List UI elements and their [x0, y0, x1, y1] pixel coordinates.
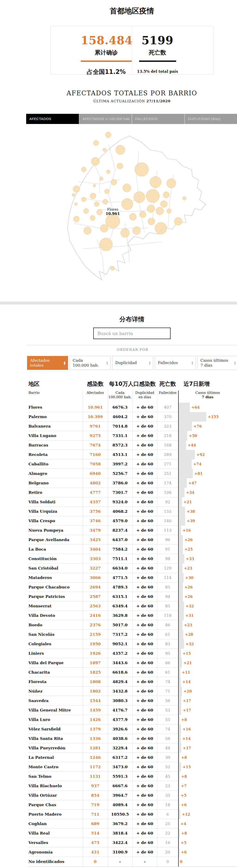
map-bubble-mataderos[interactable]: [84, 227, 91, 234]
per100k-value: 9052.1: [108, 639, 132, 649]
last7-bar: [178, 422, 192, 431]
map-bubble-parque-avellaneda[interactable]: [100, 224, 108, 232]
map-bubble-barracas[interactable]: [155, 222, 167, 234]
tab-afectados[interactable]: AFECTADOS: [26, 114, 79, 124]
sub-header-cell: Fallecidos: [157, 391, 178, 403]
duplicidad-value: + de 60: [132, 715, 157, 724]
map-bubble-v-lez-sarsfield[interactable]: [90, 215, 95, 220]
fallecidos-value: 251: [157, 469, 178, 478]
sort-label: totales: [30, 363, 62, 368]
map-bubble-san-telmo[interactable]: [167, 209, 171, 213]
table-row: Parque Chacabuco26944789.3+ de 6085+26: [28, 583, 237, 592]
map-bubble-agronom-a[interactable]: [93, 184, 96, 187]
sort-button-duplicidad[interactable]: Duplicidad▲▼: [112, 356, 153, 370]
sub-header-cell: Cada100.000 hab.: [108, 391, 132, 403]
last7-bar: [178, 639, 184, 649]
map-bubble-coghlan[interactable]: [103, 148, 106, 151]
map-bubble-parque-patricios[interactable]: [148, 218, 155, 225]
sort-button-casos-ltimos[interactable]: Casos últimos7 días▲▼: [198, 356, 237, 370]
last7-label: +28: [183, 630, 193, 639]
map-bubble-colegiales[interactable]: [117, 163, 123, 169]
search-input[interactable]: [93, 328, 170, 339]
map-bubble-almagro[interactable]: [134, 192, 145, 203]
map-bubble-parque-chacabuco[interactable]: [129, 213, 136, 220]
deaths-underline: [139, 60, 176, 62]
sort-button-afectados[interactable]: Afectadostotales▲▼: [27, 356, 68, 370]
map-bubble-floresta[interactable]: [97, 209, 103, 215]
map-bubble-san-nicol-s[interactable]: [163, 192, 169, 198]
last7-bar: [178, 459, 192, 469]
barrio-name: Coghlan: [28, 819, 83, 829]
map-bubble-palermo[interactable]: [135, 162, 148, 176]
duplicidad-value: + de 60: [132, 440, 157, 450]
map-bubble-boedo[interactable]: [139, 211, 146, 218]
map-bubble-villa-soldati[interactable]: [121, 228, 129, 237]
last7-cell: +5: [178, 838, 237, 847]
map-bubble-villa-lugano[interactable]: [100, 238, 112, 251]
table-row: San Cristóbal32276634.0+ de 60129+23: [28, 563, 237, 573]
map-bubble-la-boca[interactable]: [174, 217, 182, 225]
tab-afectados-c-100-000-hab-[interactable]: AFECTADOS c/ 100.000 hab.: [79, 114, 132, 124]
map-bubble-balvanera[interactable]: [146, 189, 159, 203]
map-bubble-liniers[interactable]: [73, 216, 79, 222]
map-bubble-monte-castro[interactable]: [81, 197, 86, 202]
map-bubble-parque-chas[interactable]: [100, 177, 103, 181]
last7-bar: [178, 592, 183, 601]
city-outline: [68, 136, 206, 280]
map-bubble-villa-real[interactable]: [72, 193, 75, 196]
map-bubble-retiro[interactable]: [167, 179, 176, 188]
barrio-name: Versalles: [28, 838, 83, 847]
per100k-value: 3679.2: [108, 819, 132, 829]
flores-map-value: 10.961: [106, 212, 120, 216]
map-bubble-n-ez[interactable]: [106, 132, 111, 138]
last7-cell: +23: [178, 620, 237, 630]
barrio-name: Floresta: [28, 677, 83, 687]
map-bubble-constituci-n[interactable]: [156, 207, 163, 215]
stats-card: 158.484 累计确诊 占全国11.2% 5199 死亡数 13.5% del…: [50, 26, 213, 74]
map-bubble-villa-devoto[interactable]: [73, 186, 80, 192]
sort-button-fallecidos[interactable]: Fallecidos▲▼: [155, 356, 196, 370]
barrio-name: Villa General Mitre: [28, 706, 83, 715]
map-bubble-villa-riachuelo[interactable]: [110, 266, 114, 270]
map-bubble-villa-pueyrred-n[interactable]: [81, 167, 86, 172]
barrio-name: Villa Riachuelo: [28, 781, 83, 790]
map-bubble-caballito[interactable]: [122, 198, 133, 210]
sort-label: Fallecidos: [158, 360, 178, 365]
map-bubble-la-paternal[interactable]: [105, 189, 109, 194]
map-bubble-versalles[interactable]: [75, 203, 78, 206]
map-bubble-puerto-madero[interactable]: [183, 196, 186, 200]
map-bubble-monserrat[interactable]: [160, 200, 167, 207]
table-row: Puerto Madero71110550.5+ de 606+12: [28, 810, 237, 819]
last7-label: +26: [183, 583, 193, 592]
fallecidos-value: 22: [157, 829, 178, 838]
map-bubble-saavedra[interactable]: [94, 141, 99, 146]
barrio-name: La Paternal: [28, 753, 83, 762]
map-bubble-villa-ort-zar[interactable]: [106, 170, 110, 174]
map-bubble-villa-santa-rita[interactable]: [94, 202, 99, 206]
table-row: Caballito70583997.2+ de 60271+74: [28, 459, 237, 469]
map-bubble-flores[interactable]: [106, 214, 120, 228]
afectados-value: 2587: [83, 592, 108, 601]
last7-label: +8: [180, 715, 187, 724]
afectados-value: 9275: [83, 431, 108, 440]
last7-cell: +15: [178, 649, 237, 658]
tab-fallecidos[interactable]: FALLECIDOS: [132, 114, 184, 124]
last7-cell: +76: [178, 422, 237, 431]
per100k-value: 3443.6: [108, 658, 132, 668]
map-bubble-villa-del-parque[interactable]: [90, 193, 96, 199]
map-bubble-villa-urquiza[interactable]: [91, 157, 100, 165]
duplicidad-value: + de 60: [132, 800, 157, 810]
map-bubble-villa-general-mitre[interactable]: [103, 199, 108, 204]
map-bubble-chacarita[interactable]: [111, 179, 117, 185]
cn-header-cell: 地区: [28, 380, 83, 388]
last7-bar: [178, 545, 183, 554]
map-bubble-belgrano[interactable]: [116, 145, 125, 154]
map-bubble-villa-crespo[interactable]: [123, 184, 131, 192]
map-bubble-san-crist-bal[interactable]: [147, 205, 155, 213]
tab-duplicidad-d-as-[interactable]: DUPLICIDAD (días): [184, 114, 237, 124]
map-bubble-recoleta[interactable]: [150, 177, 161, 188]
sort-button-cada[interactable]: Cada100.000 hab.▲▼: [70, 356, 111, 370]
map-bubble-nueva-pompeya[interactable]: [133, 227, 140, 235]
barrio-name: Boedo: [28, 620, 83, 630]
map-bubble-villa-luro[interactable]: [83, 209, 89, 214]
